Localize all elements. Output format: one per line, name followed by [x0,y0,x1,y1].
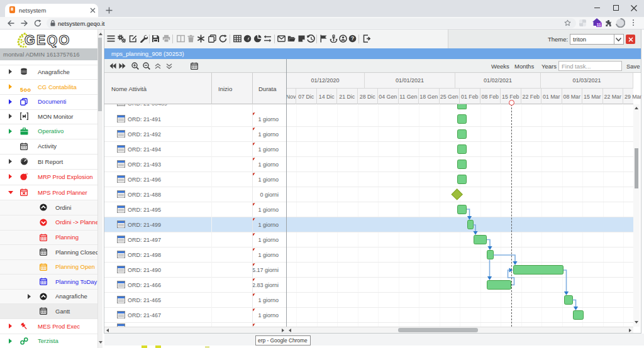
svg-text:GEQO: GEQO [25,33,70,48]
svg-text:11: 11 [597,23,601,27]
svg-text:?: ? [351,35,354,41]
